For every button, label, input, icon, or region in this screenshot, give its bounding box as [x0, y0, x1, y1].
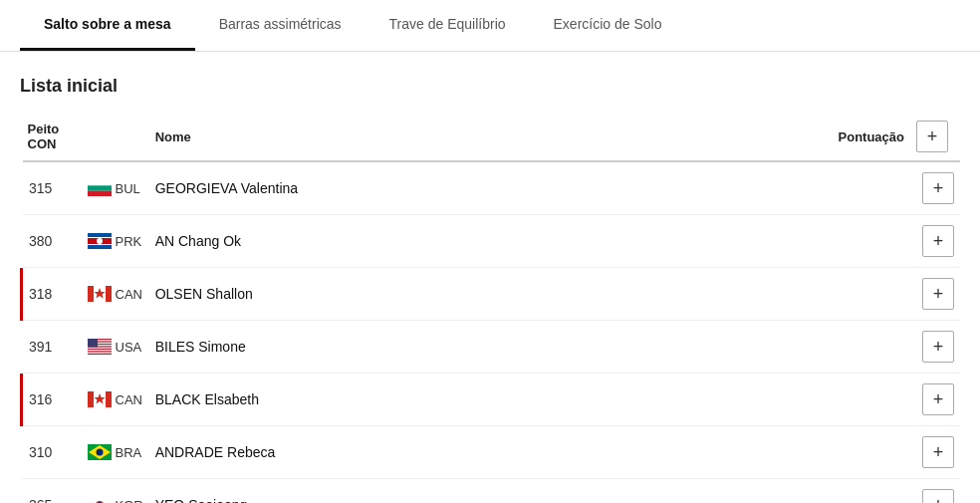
svg-rect-10	[106, 286, 112, 302]
table-row: 316 CAN BLACK Elsabeth +	[22, 374, 961, 426]
add-score-button[interactable]: +	[922, 172, 954, 204]
main-content: Lista inicial Peito CON Nome Pontuação +…	[0, 52, 980, 503]
athlete-action-cell: +	[910, 161, 960, 215]
table-row: 315 BUL GEORGIEVA Valentina +	[22, 161, 961, 215]
athlete-pontuacao	[655, 321, 910, 374]
athlete-flag: USA	[88, 339, 143, 355]
athlete-flag-cell: CAN	[82, 268, 149, 321]
table-row: 380 PRK AN Chang Ok +	[22, 215, 961, 268]
col-header-flag	[82, 113, 149, 161]
tab-trave[interactable]: Trave de Equilíbrio	[366, 0, 530, 51]
add-score-button[interactable]: +	[922, 225, 954, 257]
svg-rect-16	[88, 348, 112, 349]
athlete-action-cell: +	[910, 479, 960, 504]
athlete-pontuacao	[655, 268, 910, 321]
table-row: 310 BRA ANDRADE Rebeca +	[22, 426, 961, 479]
table-row: 391 USA BILES Simone +	[22, 321, 961, 374]
svg-rect-19	[88, 339, 98, 348]
athlete-peito: 365	[22, 479, 82, 504]
athlete-peito: 318	[22, 268, 82, 321]
athlete-name: ANDRADE Rebeca	[149, 426, 655, 479]
athlete-name: AN Chang Ok	[149, 215, 655, 268]
table-row: 318 CAN OLSEN Shallon +	[22, 268, 961, 321]
athletes-table: Peito CON Nome Pontuação + 315 BUL GEORG…	[20, 113, 960, 503]
add-score-button[interactable]: +	[922, 331, 954, 363]
athlete-peito: 316	[22, 374, 82, 426]
athlete-peito: 315	[22, 161, 82, 215]
svg-rect-6	[88, 244, 112, 245]
athlete-flag-cell: USA	[82, 321, 149, 374]
athlete-country: BUL	[116, 181, 140, 196]
athlete-country: PRK	[116, 234, 142, 249]
athlete-pontuacao	[655, 374, 910, 426]
tab-barras[interactable]: Barras assimétricas	[195, 0, 366, 51]
athlete-action-cell: +	[910, 215, 960, 268]
athlete-name: OLSEN Shallon	[149, 268, 655, 321]
athlete-country: USA	[116, 340, 142, 355]
athlete-pontuacao	[655, 215, 910, 268]
athlete-flag-cell: CAN	[82, 374, 149, 426]
athlete-flag: CAN	[88, 286, 143, 302]
athlete-flag-cell: PRK	[82, 215, 149, 268]
col-header-nome: Nome	[149, 113, 655, 161]
athlete-flag: BRA	[88, 444, 143, 460]
add-score-button[interactable]: +	[922, 436, 954, 468]
athlete-peito: 391	[22, 321, 82, 374]
table-row: 365 KOR YEO Seojeong +	[22, 479, 961, 504]
athlete-action-cell: +	[910, 268, 960, 321]
athlete-peito: 310	[22, 426, 82, 479]
athlete-name: GEORGIEVA Valentina	[149, 161, 655, 215]
svg-rect-21	[88, 391, 94, 407]
svg-rect-17	[88, 350, 112, 351]
tab-solo[interactable]: Exercício de Solo	[530, 0, 686, 51]
add-score-button[interactable]: +	[922, 489, 954, 503]
athlete-flag-cell: KOR	[82, 479, 149, 504]
col-header-pontuacao: Pontuação	[655, 113, 910, 161]
add-score-button[interactable]: +	[922, 383, 954, 415]
athlete-country: CAN	[116, 392, 142, 407]
athlete-country: CAN	[116, 287, 142, 302]
tab-bar: Salto sobre a mesa Barras assimétricas T…	[0, 0, 980, 52]
athlete-flag: KOR	[88, 497, 143, 503]
athlete-name: BILES Simone	[149, 321, 655, 374]
athlete-name: BLACK Elsabeth	[149, 374, 655, 426]
svg-rect-18	[88, 353, 112, 354]
athlete-pontuacao	[655, 426, 910, 479]
athlete-flag: CAN	[88, 391, 143, 407]
svg-point-26	[96, 449, 103, 456]
add-button-header[interactable]: +	[916, 121, 948, 152]
athlete-action-cell: +	[910, 374, 960, 426]
svg-point-7	[97, 238, 103, 244]
athlete-flag-cell: BRA	[82, 426, 149, 479]
section-title: Lista inicial	[20, 76, 960, 97]
tab-salto[interactable]: Salto sobre a mesa	[20, 0, 195, 51]
svg-rect-1	[88, 185, 112, 190]
athlete-country: KOR	[116, 498, 143, 504]
athlete-peito: 380	[22, 215, 82, 268]
col-header-action: +	[910, 113, 960, 161]
athlete-flag: PRK	[88, 233, 143, 249]
athlete-country: BRA	[116, 445, 142, 460]
athlete-action-cell: +	[910, 426, 960, 479]
athlete-action-cell: +	[910, 321, 960, 374]
athlete-flag: BUL	[88, 180, 143, 196]
add-score-button[interactable]: +	[922, 278, 954, 310]
athlete-pontuacao	[655, 479, 910, 504]
svg-rect-2	[88, 191, 112, 196]
athlete-flag-cell: BUL	[82, 161, 149, 215]
col-header-peito: Peito CON	[22, 113, 82, 161]
svg-rect-9	[88, 286, 94, 302]
athlete-pontuacao	[655, 161, 910, 215]
athlete-name: YEO Seojeong	[149, 479, 655, 504]
svg-rect-22	[106, 391, 112, 407]
svg-rect-5	[88, 237, 112, 238]
